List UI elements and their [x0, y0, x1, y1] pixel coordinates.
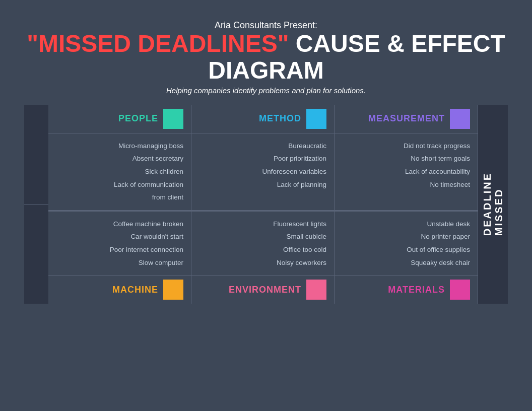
method-header: METHOD [191, 105, 335, 133]
left-bar-bottom [24, 204, 48, 304]
environment-items: Fluorescent lightsSmall cubicleOffice to… [196, 218, 326, 269]
materials-header: MATERIALS [335, 275, 478, 304]
materials-color-box [450, 280, 470, 300]
measurement-header: MEASUREMENT [335, 105, 478, 133]
measurement-content: Did not track progressNo short term goal… [335, 133, 478, 210]
title-red-part: "MISSED DEADLINES" [27, 30, 289, 57]
people-label: PEOPLE [118, 113, 158, 124]
header: Aria Consultants Present: "MISSED DEADLI… [0, 0, 532, 95]
people-color-box [163, 109, 183, 129]
people-content: Micro-managing bossAbsent secretarySick … [48, 133, 191, 210]
bottom-content-row: Coffee machine brokenCar wouldn't startP… [48, 211, 478, 276]
machine-content: Coffee machine brokenCar wouldn't startP… [48, 211, 191, 276]
effect-label-container: MISSEDDEADLINE [478, 105, 508, 304]
materials-label: MATERIALS [388, 285, 445, 295]
environment-label: ENVIRONMENT [229, 285, 301, 295]
machine-header: MACHINE [48, 275, 191, 304]
grid-middle: PEOPLE METHOD MEASUREMENT Micro-managing… [48, 105, 478, 304]
machine-label: MACHINE [112, 285, 158, 295]
environment-header: ENVIRONMENT [191, 275, 335, 304]
presenter-text: Aria Consultants Present: [0, 20, 532, 31]
measurement-items: Did not track progressNo short term goal… [340, 140, 470, 191]
method-items: BureaucraticPoor prioritizationUnforesee… [196, 140, 326, 191]
people-header: PEOPLE [48, 105, 191, 133]
measurement-color-box [450, 109, 470, 129]
people-items: Micro-managing bossAbsent secretarySick … [53, 140, 183, 204]
environment-content: Fluorescent lightsSmall cubicleOffice to… [191, 211, 335, 276]
materials-items: Unstable deskNo printer paperOut of offi… [340, 218, 470, 269]
top-content-row: Micro-managing bossAbsent secretarySick … [48, 133, 478, 211]
fishbone-diagram: PEOPLE METHOD MEASUREMENT Micro-managing… [24, 105, 508, 304]
top-headers-row: PEOPLE METHOD MEASUREMENT [48, 105, 478, 133]
bottom-headers-row: MACHINE ENVIRONMENT MATERIALS [48, 275, 478, 304]
left-bar-top [24, 105, 48, 204]
main-title: "MISSED DEADLINES" CAUSE & EFFECT DIAGRA… [0, 31, 532, 84]
left-accent-bar [24, 105, 48, 304]
subtitle-text: Helping companies identify problems and … [0, 86, 532, 95]
method-label: METHOD [259, 113, 301, 124]
environment-color-box [306, 280, 326, 300]
machine-color-box [163, 280, 183, 300]
machine-items: Coffee machine brokenCar wouldn't startP… [53, 218, 183, 269]
method-content: BureaucraticPoor prioritizationUnforesee… [191, 133, 335, 210]
materials-content: Unstable deskNo printer paperOut of offi… [335, 211, 478, 276]
measurement-label: MEASUREMENT [368, 113, 445, 124]
method-color-box [306, 109, 326, 129]
effect-label: MISSEDDEADLINE [482, 172, 505, 236]
